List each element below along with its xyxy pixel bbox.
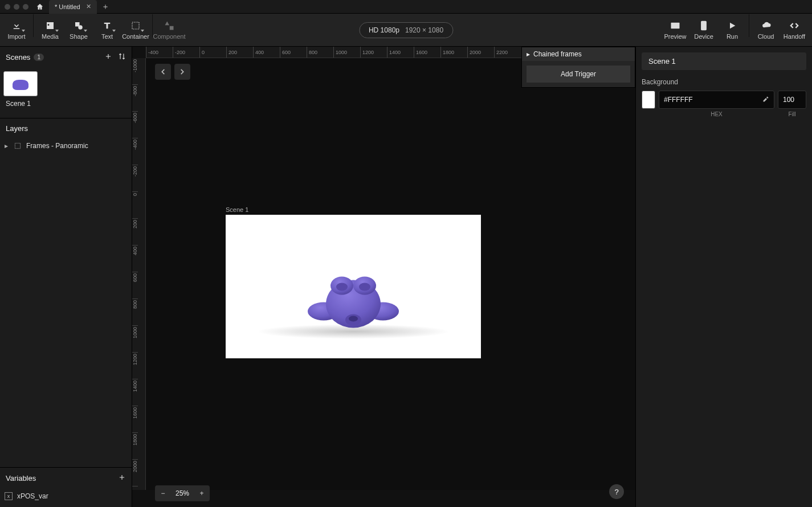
toolbar: Import Media Shape Text: [0, 14, 812, 47]
left-panel: Scenes 1 Scene 1 Layers ▸: [0, 47, 132, 507]
chained-frames-panel: ▸ Chained frames Add Trigger: [521, 47, 635, 88]
frames-icon: [14, 142, 22, 150]
add-trigger-button[interactable]: Add Trigger: [527, 66, 630, 83]
ruler-tick: 200: [226, 47, 253, 58]
text-icon: [101, 20, 113, 31]
chained-frames-title: Chained frames: [533, 50, 582, 58]
ruler-tick: -200: [173, 47, 199, 58]
maximize-window-icon[interactable]: [23, 4, 28, 10]
window-controls: [5, 4, 28, 10]
ruler-tick: -600: [132, 112, 138, 138]
close-tab-icon[interactable]: ✕: [86, 3, 91, 10]
ruler-tick: -1000: [132, 58, 138, 85]
zoom-out-button[interactable]: −: [155, 485, 171, 501]
nav-forward-button[interactable]: [174, 64, 190, 80]
cloud-button[interactable]: Cloud: [752, 14, 780, 46]
text-label: Text: [101, 33, 113, 40]
right-panel: Scene 1 Background #FFFFFF 100 HEX Fill: [635, 47, 812, 507]
zoom-in-button[interactable]: +: [194, 485, 210, 501]
svg-point-9: [359, 283, 370, 291]
format-name: HD 1080p: [369, 26, 399, 34]
help-button[interactable]: ?: [609, 484, 624, 499]
variables-title: Variables: [6, 474, 36, 483]
purple-3d-object: [296, 257, 410, 339]
shape-button[interactable]: Shape: [64, 14, 93, 46]
svg-point-0: [78, 25, 83, 30]
container-icon: [130, 20, 141, 31]
hex-input[interactable]: #FFFFFF: [659, 91, 774, 109]
device-button[interactable]: Device: [689, 14, 718, 46]
cloud-icon: [760, 20, 772, 31]
new-tab-button[interactable]: ＋: [100, 2, 111, 12]
code-icon: [789, 20, 800, 31]
import-button[interactable]: Import: [2, 14, 31, 46]
ruler-tick: 2000: [467, 47, 494, 58]
ruler-tick: 1600: [132, 406, 138, 433]
thumb-preview: [13, 80, 28, 90]
shape-label: Shape: [70, 33, 88, 40]
format-selector[interactable]: HD 1080p 1920 × 1080: [359, 22, 453, 38]
document-tab[interactable]: * Untitled ✕: [49, 0, 97, 14]
ruler-tick: 400: [253, 47, 280, 58]
media-label: Media: [42, 33, 59, 40]
eyedropper-icon[interactable]: [762, 96, 769, 104]
close-window-icon[interactable]: [5, 4, 10, 10]
text-button[interactable]: Text: [93, 14, 121, 46]
hex-sublabel: HEX: [659, 111, 774, 117]
scene-thumbnail-label: Scene 1: [6, 100, 126, 108]
chevron-right-icon: ▸: [527, 50, 530, 58]
layers-header: Layers: [0, 118, 132, 138]
run-label: Run: [727, 33, 738, 40]
play-icon: [727, 20, 738, 31]
media-button[interactable]: Media: [36, 14, 64, 46]
scene-frame[interactable]: [226, 215, 481, 358]
expand-caret-icon[interactable]: ▸: [5, 142, 9, 150]
ruler-tick: 1600: [414, 47, 440, 58]
ruler-tick: 600: [132, 272, 138, 299]
ruler-tick: 1200: [360, 47, 387, 58]
zoom-value[interactable]: 25%: [171, 489, 194, 497]
color-swatch[interactable]: [642, 91, 655, 109]
shape-icon: [73, 20, 84, 31]
preview-button[interactable]: Preview: [661, 14, 689, 46]
handoff-label: Handoff: [784, 33, 805, 40]
canvas-area[interactable]: -400-20002004006008001000120014001600180…: [132, 47, 635, 507]
ruler-tick: 800: [307, 47, 333, 58]
ruler-tick: -400: [146, 47, 173, 58]
preview-icon: [670, 20, 681, 31]
sort-scenes-icon[interactable]: [118, 52, 126, 62]
container-label: Container: [122, 33, 149, 40]
home-icon[interactable]: [35, 2, 44, 11]
ruler-tick: -800: [132, 85, 138, 112]
chained-frames-header[interactable]: ▸ Chained frames: [522, 47, 635, 61]
add-variable-icon[interactable]: [118, 473, 126, 483]
layer-row[interactable]: ▸ Frames - Panoramic: [0, 138, 132, 153]
variable-row[interactable]: x xPOS_var: [0, 489, 132, 504]
minimize-window-icon[interactable]: [14, 4, 19, 10]
format-dims: 1920 × 1080: [405, 26, 443, 34]
fill-input[interactable]: 100: [778, 91, 806, 109]
scenes-header: Scenes 1: [0, 47, 132, 68]
variable-icon: x: [5, 492, 13, 500]
layer-label: Frames - Panoramic: [26, 142, 88, 150]
svg-point-11: [349, 316, 358, 322]
layers-title: Layers: [6, 124, 28, 133]
container-button[interactable]: Container: [121, 14, 150, 46]
fill-sublabel: Fill: [778, 111, 806, 117]
zoom-controls: − 25% +: [155, 485, 210, 501]
ruler-tick: 1400: [387, 47, 414, 58]
handoff-button[interactable]: Handoff: [780, 14, 809, 46]
scene-name-display[interactable]: Scene 1: [642, 52, 806, 70]
component-button[interactable]: Component: [155, 14, 183, 46]
add-scene-icon[interactable]: [104, 52, 112, 62]
preview-label: Preview: [664, 33, 686, 40]
scene-thumbnail[interactable]: [3, 71, 38, 96]
scenes-count: 1: [34, 54, 44, 61]
canvas-scene-label: Scene 1: [226, 206, 481, 213]
nav-back-button[interactable]: [155, 64, 171, 80]
ruler-tick: 1200: [132, 353, 138, 379]
svg-rect-1: [671, 23, 680, 29]
ruler-vertical: -1000-800-600-400-2000200400600800100012…: [132, 58, 146, 490]
run-button[interactable]: Run: [718, 14, 746, 46]
ruler-tick: 600: [280, 47, 307, 58]
